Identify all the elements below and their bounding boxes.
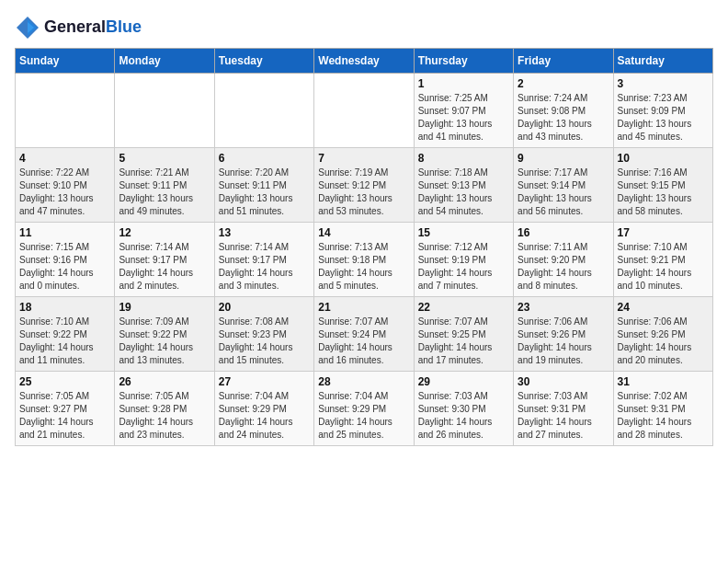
day-number: 27: [219, 375, 310, 388]
day-detail: Sunrise: 7:17 AM Sunset: 9:14 PM Dayligh…: [518, 167, 609, 218]
calendar-cell: 5Sunrise: 7:21 AM Sunset: 9:11 PM Daylig…: [115, 148, 214, 223]
day-number: 8: [418, 152, 509, 165]
day-number: 10: [618, 152, 709, 165]
day-detail: Sunrise: 7:09 AM Sunset: 9:22 PM Dayligh…: [119, 316, 210, 367]
calendar-cell: [314, 74, 414, 148]
day-detail: Sunrise: 7:22 AM Sunset: 9:10 PM Dayligh…: [19, 167, 110, 218]
calendar-cell: [16, 74, 115, 148]
day-number: 31: [618, 375, 709, 388]
day-number: 6: [219, 152, 310, 165]
day-number: 24: [618, 301, 709, 314]
calendar-cell: 26Sunrise: 7:05 AM Sunset: 9:28 PM Dayli…: [115, 372, 214, 446]
calendar-cell: 19Sunrise: 7:09 AM Sunset: 9:22 PM Dayli…: [115, 297, 214, 372]
day-number: 9: [518, 152, 609, 165]
weekday-header-friday: Friday: [514, 49, 613, 74]
day-detail: Sunrise: 7:21 AM Sunset: 9:11 PM Dayligh…: [119, 167, 210, 218]
calendar-cell: 16Sunrise: 7:11 AM Sunset: 9:20 PM Dayli…: [514, 223, 613, 297]
calendar-cell: 18Sunrise: 7:10 AM Sunset: 9:22 PM Dayli…: [16, 297, 115, 372]
calendar-cell: 1Sunrise: 7:25 AM Sunset: 9:07 PM Daylig…: [414, 74, 513, 148]
logo-text: GeneralBlue: [44, 18, 142, 37]
calendar-cell: 30Sunrise: 7:03 AM Sunset: 9:31 PM Dayli…: [514, 372, 613, 446]
day-detail: Sunrise: 7:06 AM Sunset: 9:26 PM Dayligh…: [618, 316, 709, 367]
day-number: 22: [418, 301, 509, 314]
day-detail: Sunrise: 7:11 AM Sunset: 9:20 PM Dayligh…: [518, 241, 609, 293]
calendar-cell: 12Sunrise: 7:14 AM Sunset: 9:17 PM Dayli…: [115, 223, 214, 297]
calendar-cell: 6Sunrise: 7:20 AM Sunset: 9:11 PM Daylig…: [214, 148, 313, 223]
day-detail: Sunrise: 7:10 AM Sunset: 9:22 PM Dayligh…: [19, 316, 110, 367]
day-number: 17: [618, 226, 709, 239]
calendar-cell: 31Sunrise: 7:02 AM Sunset: 9:31 PM Dayli…: [613, 372, 712, 446]
logo-icon: [15, 15, 40, 40]
calendar-cell: 11Sunrise: 7:15 AM Sunset: 9:16 PM Dayli…: [16, 223, 115, 297]
calendar-cell: 27Sunrise: 7:04 AM Sunset: 9:29 PM Dayli…: [214, 372, 313, 446]
calendar-cell: 8Sunrise: 7:18 AM Sunset: 9:13 PM Daylig…: [414, 148, 513, 223]
day-detail: Sunrise: 7:05 AM Sunset: 9:27 PM Dayligh…: [19, 390, 110, 442]
day-number: 3: [618, 77, 709, 90]
day-number: 25: [19, 375, 110, 388]
day-detail: Sunrise: 7:03 AM Sunset: 9:31 PM Dayligh…: [518, 390, 609, 442]
day-number: 26: [119, 375, 210, 388]
calendar-cell: 17Sunrise: 7:10 AM Sunset: 9:21 PM Dayli…: [613, 223, 712, 297]
day-detail: Sunrise: 7:06 AM Sunset: 9:26 PM Dayligh…: [518, 316, 609, 367]
calendar-cell: 25Sunrise: 7:05 AM Sunset: 9:27 PM Dayli…: [16, 372, 115, 446]
calendar-cell: 23Sunrise: 7:06 AM Sunset: 9:26 PM Dayli…: [514, 297, 613, 372]
day-number: 7: [318, 152, 409, 165]
day-detail: Sunrise: 7:15 AM Sunset: 9:16 PM Dayligh…: [19, 241, 110, 293]
day-detail: Sunrise: 7:24 AM Sunset: 9:08 PM Dayligh…: [518, 92, 609, 144]
calendar-cell: 13Sunrise: 7:14 AM Sunset: 9:17 PM Dayli…: [214, 223, 313, 297]
day-detail: Sunrise: 7:18 AM Sunset: 9:13 PM Dayligh…: [418, 167, 509, 218]
logo: GeneralBlue: [15, 15, 142, 40]
day-number: 29: [418, 375, 509, 388]
day-number: 11: [19, 226, 110, 239]
day-number: 30: [518, 375, 609, 388]
day-number: 4: [19, 152, 110, 165]
day-detail: Sunrise: 7:14 AM Sunset: 9:17 PM Dayligh…: [119, 241, 210, 293]
day-detail: Sunrise: 7:04 AM Sunset: 9:29 PM Dayligh…: [219, 390, 310, 442]
day-number: 15: [418, 226, 509, 239]
weekday-header-saturday: Saturday: [613, 49, 712, 74]
day-detail: Sunrise: 7:08 AM Sunset: 9:23 PM Dayligh…: [219, 316, 310, 367]
weekday-header-wednesday: Wednesday: [314, 49, 414, 74]
day-number: 16: [518, 226, 609, 239]
day-detail: Sunrise: 7:07 AM Sunset: 9:25 PM Dayligh…: [418, 316, 509, 367]
day-number: 13: [219, 226, 310, 239]
day-detail: Sunrise: 7:13 AM Sunset: 9:18 PM Dayligh…: [318, 241, 409, 293]
weekday-header-thursday: Thursday: [414, 49, 513, 74]
day-number: 2: [518, 77, 609, 90]
day-detail: Sunrise: 7:02 AM Sunset: 9:31 PM Dayligh…: [618, 390, 709, 442]
day-detail: Sunrise: 7:10 AM Sunset: 9:21 PM Dayligh…: [618, 241, 709, 293]
page-header: GeneralBlue: [15, 15, 713, 40]
calendar-cell: 15Sunrise: 7:12 AM Sunset: 9:19 PM Dayli…: [414, 223, 513, 297]
calendar-cell: 28Sunrise: 7:04 AM Sunset: 9:29 PM Dayli…: [314, 372, 414, 446]
day-detail: Sunrise: 7:19 AM Sunset: 9:12 PM Dayligh…: [318, 167, 409, 218]
calendar-cell: 14Sunrise: 7:13 AM Sunset: 9:18 PM Dayli…: [314, 223, 414, 297]
day-detail: Sunrise: 7:16 AM Sunset: 9:15 PM Dayligh…: [618, 167, 709, 218]
day-number: 12: [119, 226, 210, 239]
calendar-cell: [214, 74, 313, 148]
day-number: 28: [318, 375, 409, 388]
day-detail: Sunrise: 7:23 AM Sunset: 9:09 PM Dayligh…: [618, 92, 709, 144]
day-number: 20: [219, 301, 310, 314]
weekday-header-sunday: Sunday: [16, 49, 115, 74]
calendar-cell: 29Sunrise: 7:03 AM Sunset: 9:30 PM Dayli…: [414, 372, 513, 446]
day-number: 21: [318, 301, 409, 314]
calendar-cell: 3Sunrise: 7:23 AM Sunset: 9:09 PM Daylig…: [613, 74, 712, 148]
calendar-table: SundayMondayTuesdayWednesdayThursdayFrid…: [15, 48, 713, 446]
calendar-cell: [115, 74, 214, 148]
calendar-cell: 10Sunrise: 7:16 AM Sunset: 9:15 PM Dayli…: [613, 148, 712, 223]
day-number: 5: [119, 152, 210, 165]
day-detail: Sunrise: 7:14 AM Sunset: 9:17 PM Dayligh…: [219, 241, 310, 293]
day-detail: Sunrise: 7:07 AM Sunset: 9:24 PM Dayligh…: [318, 316, 409, 367]
weekday-header-monday: Monday: [115, 49, 214, 74]
day-detail: Sunrise: 7:12 AM Sunset: 9:19 PM Dayligh…: [418, 241, 509, 293]
day-number: 19: [119, 301, 210, 314]
calendar-cell: 20Sunrise: 7:08 AM Sunset: 9:23 PM Dayli…: [214, 297, 313, 372]
day-number: 23: [518, 301, 609, 314]
calendar-cell: 7Sunrise: 7:19 AM Sunset: 9:12 PM Daylig…: [314, 148, 414, 223]
day-number: 1: [418, 77, 509, 90]
calendar-cell: 9Sunrise: 7:17 AM Sunset: 9:14 PM Daylig…: [514, 148, 613, 223]
day-detail: Sunrise: 7:25 AM Sunset: 9:07 PM Dayligh…: [418, 92, 509, 144]
day-detail: Sunrise: 7:04 AM Sunset: 9:29 PM Dayligh…: [318, 390, 409, 442]
calendar-cell: 4Sunrise: 7:22 AM Sunset: 9:10 PM Daylig…: [16, 148, 115, 223]
weekday-header-tuesday: Tuesday: [214, 49, 313, 74]
